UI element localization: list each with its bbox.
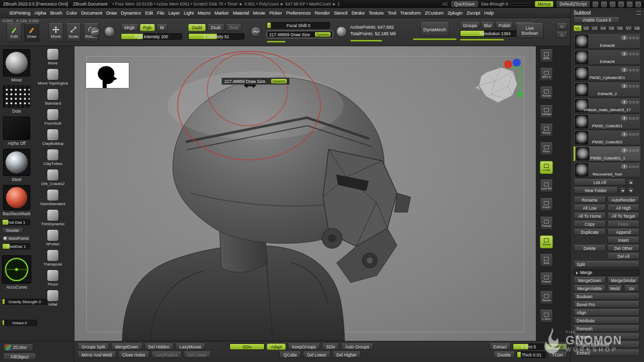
subtool-action-button[interactable]: Rename [574, 197, 606, 203]
subtool-action-button[interactable]: All High [607, 205, 639, 211]
subtool-action-button[interactable]: MergeDown [574, 277, 606, 284]
shelf-toggle-button[interactable]: Solo [540, 254, 553, 267]
shelf-toggle-button[interactable]: Line Fill [540, 179, 553, 193]
draw-size-slider[interactable]: 217.48959 Draw Size Dynamic [267, 31, 333, 38]
weldpoints-toggle[interactable]: WeldPoints [2, 235, 30, 241]
shelf-toggle-button[interactable]: Frame [540, 273, 553, 286]
sphere-icon[interactable] [336, 26, 347, 37]
visible-count-button[interactable]: Visible Count 9 [574, 17, 620, 23]
subtool-item[interactable]: Extract4 [574, 49, 641, 65]
subtool-action-button[interactable]: Del Other [607, 245, 639, 251]
menu-item[interactable]: Macro [196, 9, 212, 17]
zadd-button[interactable]: Zadd [188, 24, 206, 31]
focal-shift-slider[interactable]: Focal Shift 0 [267, 22, 330, 29]
palette-button[interactable]: KeepGroups [288, 343, 320, 350]
subtool-action-button[interactable]: AutoReorder [607, 197, 639, 203]
palette-button[interactable]: TCorr [548, 351, 567, 358]
menu-item[interactable]: Material [231, 9, 251, 17]
menu-item[interactable]: Light [182, 9, 196, 17]
palette-button[interactable]: Auto Groups [341, 343, 373, 350]
document-canvas[interactable]: 217.48959 Draw Size Dynamic [74, 46, 536, 341]
brush-item[interactable]: FormSoft [34, 109, 72, 126]
doc-layout-icon[interactable] [593, 2, 598, 7]
subtool-item[interactable]: PM3D_Cube3D2 [574, 130, 641, 145]
version-tab[interactable]: V4 [599, 25, 607, 31]
menu-item[interactable]: Document [79, 9, 104, 17]
menu-item[interactable]: Stencil [332, 9, 349, 17]
menu-item[interactable]: Movie [251, 9, 267, 17]
stroke-curve-icon[interactable] [251, 26, 262, 37]
palette-icon[interactable] [618, 2, 624, 7]
eye-icon[interactable] [621, 68, 627, 72]
color-swatch-thumb[interactable] [3, 185, 30, 210]
folder-collapse-all-button[interactable] [627, 187, 634, 194]
menu-item[interactable]: Stroke [350, 9, 367, 17]
palette-button[interactable]: Close Holes [118, 351, 149, 358]
subtool-action-button[interactable]: All To Home [574, 213, 606, 219]
menu-item[interactable]: Alpha [32, 9, 48, 17]
config-icon[interactable] [635, 2, 641, 7]
default-zscript-button[interactable]: DefaultZScript [556, 1, 590, 7]
subtool-action-button[interactable]: Extract [574, 349, 639, 356]
subtool-action-button[interactable]: Delete [574, 245, 606, 251]
subtool-action-button[interactable]: Append [607, 229, 639, 235]
shelf-toggle-button[interactable]: SPix 3 [540, 68, 553, 81]
subtool-item[interactable]: UMesh_male_zbrush5_17 [574, 98, 641, 113]
version-tab[interactable]: V5 [608, 25, 616, 31]
zcolor-button[interactable]: ZColor [3, 343, 33, 351]
brush-item[interactable]: ClayTubes [34, 149, 72, 166]
subtool-action-button[interactable]: All To Target [607, 213, 639, 219]
rgb-button[interactable]: Rgb [140, 24, 155, 31]
shelf-toggle-button[interactable]: AAHalf [540, 105, 553, 118]
palette-button[interactable]: SDiv [229, 343, 265, 350]
subtool-action-button[interactable]: Remesh [574, 325, 639, 332]
palette-button[interactable]: Del Hidden [144, 343, 174, 350]
subtool-item[interactable]: Extract8 [574, 33, 641, 49]
rgb-intensity-slider[interactable]: Rgb Intensity 100 [121, 33, 182, 40]
folder-collapse-button[interactable] [619, 187, 626, 194]
shelf-toggle-button[interactable]: BPR [540, 49, 553, 62]
menu-item[interactable]: Texture [367, 9, 386, 17]
menu-item[interactable]: ZCustom [423, 9, 445, 17]
brush-item[interactable]: TrimDynamic [34, 209, 72, 226]
dynamesh-button[interactable]: DynaMesh [420, 22, 449, 36]
shelf-toggle-button[interactable]: Ghost [540, 235, 553, 248]
brush-item[interactable]: Move Topologica [34, 68, 72, 85]
scale-mode-button[interactable]: Scale [66, 23, 81, 42]
panel-grip-icon[interactable] [636, 11, 641, 15]
subtool-action-button[interactable]: Split [574, 261, 639, 267]
divider-icon[interactable] [627, 2, 632, 7]
brush-item[interactable]: Pinch [34, 269, 72, 287]
reference-alpha-thumbnail[interactable] [86, 62, 129, 88]
shelf-toggle-button[interactable]: Actual [540, 86, 553, 100]
alpha-thumb-off[interactable] [3, 117, 30, 140]
dynamic-badge[interactable]: Dynamic [315, 32, 331, 37]
shelf-toggle-button[interactable]: Local [540, 161, 553, 174]
shelf-toggle-button[interactable]: Persp [540, 124, 553, 137]
mini-slider[interactable] [350, 40, 382, 42]
version-tab[interactable]: V8 [633, 25, 641, 31]
fill-object-button[interactable]: FillObject [3, 353, 36, 360]
subtool-item[interactable]: PM3D_Cube3D1_1 [574, 146, 641, 161]
shelf-toggle-button[interactable]: PolyF [540, 198, 553, 211]
palette-button[interactable]: Groups Split [77, 343, 109, 350]
eye-icon[interactable] [621, 164, 627, 168]
version-tab[interactable]: V3 [591, 25, 599, 31]
brush-item[interactable]: DamStandard [34, 189, 72, 206]
subtool-action-button[interactable]: Project BasRelief [574, 341, 639, 348]
brush-item[interactable]: ClayBuildup [34, 129, 72, 146]
material-thumb[interactable] [3, 149, 30, 176]
see-through-control[interactable]: See-through 0 [481, 2, 532, 7]
palette-button[interactable]: Del Lower [303, 351, 330, 358]
palette-button[interactable]: LazyRadius [151, 351, 182, 358]
quicksave-button[interactable]: QuickSave [451, 1, 478, 7]
mrgb-button[interactable]: Mrgb [121, 24, 138, 31]
palette-button[interactable]: Double [493, 351, 515, 358]
scroll-up-button[interactable] [627, 179, 634, 186]
m-button[interactable]: M [156, 24, 168, 31]
stroke-picker-icon[interactable] [90, 26, 101, 37]
palette-button[interactable]: QCube [279, 351, 301, 358]
version-tab[interactable]: V6 [616, 25, 624, 31]
menu-item[interactable]: Render [312, 9, 332, 17]
palette-button[interactable]: Mirror And Weld [77, 351, 116, 358]
